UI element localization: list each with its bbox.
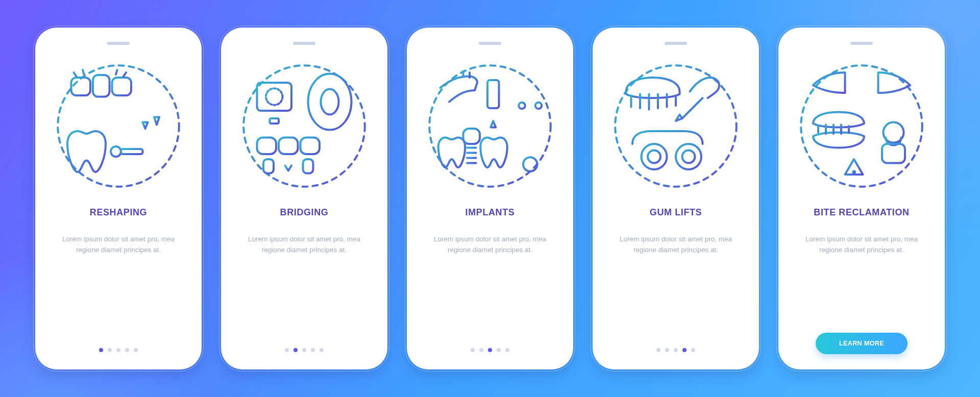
dot-2[interactable] bbox=[665, 348, 669, 352]
svg-rect-24 bbox=[487, 80, 499, 108]
onboarding-screen-bridging[interactable]: BRIDGING Lorem ipsum dolor sit amet pro,… bbox=[221, 28, 387, 369]
pagination-dots bbox=[656, 348, 695, 354]
phone-notch bbox=[107, 42, 130, 45]
screen-title: BITE RECLAMATION bbox=[814, 207, 909, 218]
svg-rect-1 bbox=[71, 78, 91, 95]
dot-5[interactable] bbox=[691, 348, 695, 352]
phone-notch bbox=[850, 42, 873, 45]
onboarding-carousel: RESHAPING Lorem ipsum dolor sit amet pro… bbox=[0, 0, 980, 397]
svg-point-37 bbox=[648, 151, 660, 163]
dot-3[interactable] bbox=[488, 348, 492, 352]
dot-5[interactable] bbox=[505, 348, 509, 352]
svg-rect-33 bbox=[463, 129, 480, 144]
onboarding-screen-gum-lifts[interactable]: GUM LIFTS Lorem ipsum dolor sit amet pro… bbox=[593, 28, 759, 369]
svg-point-6 bbox=[111, 146, 121, 157]
dot-5[interactable] bbox=[320, 348, 324, 352]
screen-title: BRIDGING bbox=[280, 207, 329, 218]
dot-2[interactable] bbox=[108, 348, 112, 352]
screen-body: Lorem ipsum dolor sit amet pro, mea regi… bbox=[60, 234, 177, 256]
svg-point-38 bbox=[676, 144, 701, 169]
screen-title: IMPLANTS bbox=[465, 207, 515, 218]
pagination-dots bbox=[99, 348, 138, 354]
screen-title: RESHAPING bbox=[90, 207, 147, 218]
dot-1[interactable] bbox=[285, 348, 289, 352]
svg-point-10 bbox=[266, 88, 283, 105]
dot-4[interactable] bbox=[125, 348, 129, 352]
learn-more-button[interactable]: LEARN MORE bbox=[816, 333, 908, 354]
dot-4[interactable] bbox=[497, 348, 501, 352]
bridging-icon bbox=[240, 62, 368, 190]
screen-title: GUM LIFTS bbox=[650, 207, 702, 218]
svg-point-36 bbox=[642, 144, 667, 169]
dot-2[interactable] bbox=[293, 348, 298, 352]
phone-notch bbox=[665, 42, 687, 45]
onboarding-screen-implants[interactable]: IMPLANTS Lorem ipsum dolor sit amet pro,… bbox=[407, 28, 573, 369]
dot-5[interactable] bbox=[134, 348, 138, 352]
svg-rect-3 bbox=[112, 78, 132, 95]
svg-rect-21 bbox=[303, 159, 313, 173]
onboarding-screen-bite-reclamation[interactable]: BITE RECLAMATION Lorem ipsum dolor sit a… bbox=[778, 28, 945, 369]
dot-3[interactable] bbox=[674, 348, 678, 352]
svg-point-0 bbox=[58, 65, 179, 187]
svg-rect-7 bbox=[121, 149, 143, 154]
onboarding-screen-reshaping[interactable]: RESHAPING Lorem ipsum dolor sit amet pro… bbox=[35, 28, 202, 369]
dot-1[interactable] bbox=[656, 348, 660, 352]
phone-notch bbox=[479, 42, 501, 45]
bite-reclamation-icon bbox=[798, 62, 925, 190]
svg-point-39 bbox=[682, 151, 695, 163]
svg-rect-20 bbox=[263, 159, 274, 173]
svg-line-35 bbox=[682, 98, 703, 118]
svg-rect-17 bbox=[257, 138, 277, 155]
dot-1[interactable] bbox=[471, 348, 475, 352]
dot-4[interactable] bbox=[311, 348, 315, 352]
svg-point-46 bbox=[853, 171, 855, 173]
dot-1[interactable] bbox=[99, 348, 103, 352]
svg-rect-44 bbox=[882, 144, 905, 163]
pagination-dots bbox=[471, 348, 509, 354]
screen-body: Lorem ipsum dolor sit amet pro, mea regi… bbox=[617, 234, 734, 256]
svg-point-32 bbox=[523, 157, 537, 171]
svg-rect-13 bbox=[270, 118, 279, 123]
svg-rect-18 bbox=[279, 138, 298, 155]
dot-4[interactable] bbox=[682, 348, 687, 352]
gum-lifts-icon bbox=[612, 62, 740, 190]
svg-rect-9 bbox=[257, 83, 292, 111]
screen-body: Lorem ipsum dolor sit amet pro, mea regi… bbox=[431, 234, 549, 256]
dot-3[interactable] bbox=[116, 348, 120, 352]
svg-rect-19 bbox=[301, 138, 320, 155]
screen-body: Lorem ipsum dolor sit amet pro, mea regi… bbox=[803, 234, 920, 256]
dot-3[interactable] bbox=[302, 348, 306, 352]
dot-2[interactable] bbox=[479, 348, 483, 352]
reshaping-icon bbox=[55, 62, 182, 190]
phone-notch bbox=[293, 42, 315, 45]
implants-icon bbox=[426, 62, 554, 190]
pagination-dots bbox=[285, 348, 324, 354]
screen-body: Lorem ipsum dolor sit amet pro, mea regi… bbox=[246, 234, 363, 256]
svg-rect-2 bbox=[93, 75, 110, 97]
